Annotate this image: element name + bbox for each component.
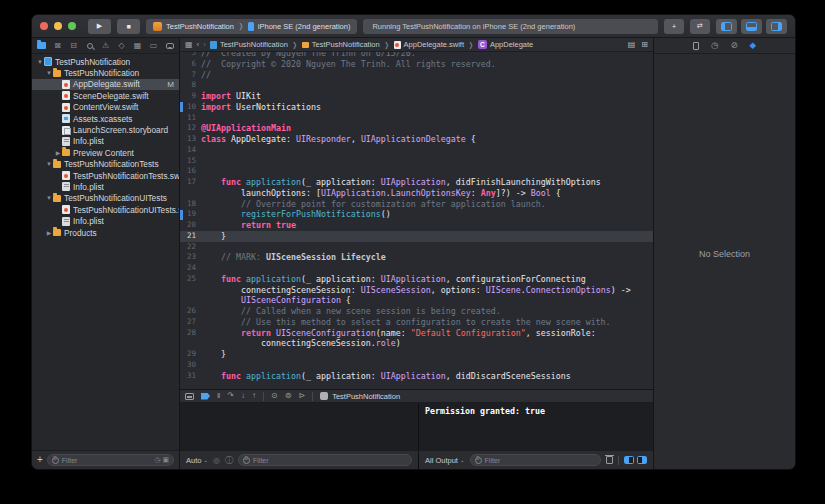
back-icon[interactable]: ‹	[197, 40, 200, 49]
variables-view[interactable]	[180, 403, 419, 450]
show-variables-view-icon[interactable]	[624, 456, 634, 464]
code-line[interactable]: 9import UIKit	[180, 91, 653, 102]
code-line[interactable]: 17 func application(_ application: UIApp…	[180, 177, 653, 188]
code-line[interactable]: 7//	[180, 70, 653, 81]
variables-scope-dropdown[interactable]: Auto⌄	[186, 456, 208, 465]
symbol-navigator-icon[interactable]: ⊟	[67, 39, 80, 52]
add-editor-icon[interactable]: ⊞	[641, 40, 648, 49]
breadcrumb-item[interactable]: TestPushNotification	[210, 40, 288, 49]
close-window-button[interactable]	[40, 22, 48, 30]
file-tree-item[interactable]: ▼TestPushNotification	[32, 56, 179, 67]
scm-status-filter-icon[interactable]: ▣	[162, 456, 169, 464]
code-line[interactable]: 31 func application(_ application: UIApp…	[180, 371, 653, 382]
breakpoints-toggle-icon[interactable]	[201, 393, 210, 400]
history-inspector-icon[interactable]: ◷	[711, 41, 718, 50]
code-line[interactable]: 15	[180, 156, 653, 167]
file-tree-item[interactable]: ▼TestPushNotificationUITests	[32, 193, 179, 204]
file-tree-item[interactable]: ▼TestPushNotificationTests	[32, 159, 179, 170]
memory-graph-icon[interactable]: ⊚	[285, 392, 292, 400]
find-navigator-icon[interactable]	[83, 39, 96, 52]
file-tree-item[interactable]: ▶Preview Content	[32, 147, 179, 158]
variables-filter-field[interactable]: Filter	[238, 454, 412, 466]
navigator-filter-field[interactable]: Filter ◷ ▣	[47, 454, 174, 466]
quick-help-inspector-icon[interactable]: ⊘	[730, 41, 737, 50]
simulate-location-icon[interactable]: ⊳	[298, 392, 305, 400]
file-tree-item[interactable]: ContentView.swift	[32, 102, 179, 113]
code-line[interactable]: 26 // Called when a new scene session is…	[180, 306, 653, 317]
code-line[interactable]: 12@UIApplicationMain	[180, 123, 653, 134]
debug-navigator-icon[interactable]: ▦	[131, 39, 144, 52]
file-tree-item[interactable]: TestPushNotificationUITests.swift	[32, 204, 179, 215]
file-tree-item[interactable]: Info.plist	[32, 181, 179, 192]
variable-info-icon[interactable]: ⓘ	[225, 455, 233, 466]
code-line[interactable]: 10import UserNotifications	[180, 102, 653, 113]
file-tree-item[interactable]: TestPushNotificationTests.swift	[32, 170, 179, 181]
scheme-device-label[interactable]: iPhone SE (2nd generation)	[258, 22, 351, 31]
step-over-icon[interactable]: ↷	[227, 392, 234, 400]
pause-icon[interactable]: ‖	[217, 392, 220, 400]
disclosure-triangle-icon[interactable]: ▼	[45, 70, 53, 76]
disclosure-triangle-icon[interactable]: ▶	[45, 229, 53, 236]
run-button[interactable]: ▶	[88, 19, 111, 34]
add-file-button[interactable]: +	[37, 455, 43, 465]
show-only-interesting-icon[interactable]: ◎	[213, 456, 220, 465]
code-line[interactable]: connectingSceneSession: UISceneSession, …	[180, 285, 653, 296]
code-line[interactable]: connectingSceneSession.role)	[180, 338, 653, 349]
code-line[interactable]: 13class AppDelegate: UIResponder, UIAppl…	[180, 134, 653, 145]
disclosure-triangle-icon[interactable]: ▼	[36, 59, 44, 65]
code-line[interactable]: 22	[180, 242, 653, 253]
code-line[interactable]: 20 return true	[180, 220, 653, 231]
code-line[interactable]: 23 // MARK: UISceneSession Lifecycle	[180, 252, 653, 263]
report-navigator-icon[interactable]	[163, 39, 176, 52]
library-add-button[interactable]: +	[664, 19, 684, 34]
disclosure-triangle-icon[interactable]: ▶	[54, 149, 62, 156]
file-inspector-icon[interactable]	[693, 42, 699, 50]
breadcrumb-item[interactable]: TestPushNotification	[302, 40, 380, 49]
code-line[interactable]: 19 registerForPushNotifications()	[180, 209, 653, 220]
disclosure-triangle-icon[interactable]: ▼	[45, 195, 53, 201]
file-tree-item[interactable]: ▼TestPushNotification	[32, 67, 179, 78]
issue-navigator-icon[interactable]: ⚠	[99, 39, 112, 52]
selected-inspector-icon[interactable]: ◆	[750, 41, 757, 50]
source-editor[interactable]: 5// Created by Nguyen The Trinh on 6/15/…	[180, 52, 653, 389]
code-line[interactable]: 27 // Use this method to select a config…	[180, 317, 653, 328]
editor-swap-button[interactable]: ⇄	[690, 19, 710, 34]
code-line[interactable]: launchOptions: [UIApplication.LaunchOpti…	[180, 188, 653, 199]
disclosure-triangle-icon[interactable]: ▼	[45, 161, 53, 167]
scheme-selector[interactable]: TestPushNotification ❭ iPhone SE (2nd ge…	[146, 19, 357, 34]
code-line[interactable]: 11	[180, 113, 653, 124]
source-control-navigator-icon[interactable]: ⊠	[51, 39, 64, 52]
file-tree-item[interactable]: Info.plist	[32, 136, 179, 147]
console-scope-dropdown[interactable]: All Output⌄	[425, 456, 465, 465]
hide-debug-area-icon[interactable]	[185, 393, 194, 400]
file-tree-item[interactable]: Info.plist	[32, 215, 179, 226]
code-line[interactable]: 18 // Override point for customization a…	[180, 199, 653, 210]
stop-button[interactable]: ■	[117, 19, 140, 34]
minimize-window-button[interactable]	[54, 22, 62, 30]
toggle-navigator-button[interactable]	[716, 19, 737, 34]
forward-icon[interactable]: ›	[203, 40, 206, 49]
code-line[interactable]: 16	[180, 166, 653, 177]
recent-files-filter-icon[interactable]: ◷	[154, 456, 160, 464]
show-console-view-icon[interactable]	[637, 456, 647, 464]
file-tree-item[interactable]: SceneDelegate.swift	[32, 90, 179, 101]
code-line[interactable]: 30	[180, 360, 653, 371]
code-line[interactable]: 28 return UISceneConfiguration(name: "De…	[180, 328, 653, 339]
code-line[interactable]: 6// Copyright © 2020 Nguyen The Trinh. A…	[180, 59, 653, 70]
code-line[interactable]: 8	[180, 80, 653, 91]
code-line[interactable]: 14	[180, 145, 653, 156]
code-line[interactable]: 29 }	[180, 349, 653, 360]
code-line[interactable]: 24	[180, 263, 653, 274]
view-debugger-icon[interactable]: ⊙	[271, 392, 278, 400]
related-items-icon[interactable]: ▦	[185, 40, 193, 49]
file-tree-item[interactable]: Assets.xcassets	[32, 113, 179, 124]
code-line[interactable]: 5// Created by Nguyen The Trinh on 6/15/…	[180, 52, 653, 59]
scheme-project-label[interactable]: TestPushNotification	[166, 22, 234, 31]
file-tree-item[interactable]: LaunchScreen.storyboard	[32, 124, 179, 135]
zoom-window-button[interactable]	[68, 22, 76, 30]
project-navigator-icon[interactable]	[35, 39, 48, 52]
code-line[interactable]: 25 func application(_ application: UIApp…	[180, 274, 653, 285]
process-tab[interactable]: TestPushNotification	[320, 392, 400, 401]
console-filter-field[interactable]: Filter	[470, 454, 601, 466]
breakpoint-navigator-icon[interactable]: ▭	[147, 39, 160, 52]
